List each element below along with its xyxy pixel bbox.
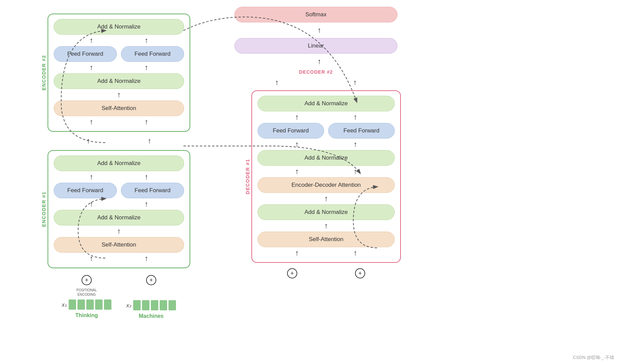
enc2-add-normalize-top: Add & Normalize	[54, 19, 184, 35]
arrow-enc1-ff2-down: ↑	[119, 200, 174, 208]
softmax-block: Softmax	[234, 7, 397, 22]
arrow-dec1-encdec-up-r: ↑	[326, 168, 385, 175]
enc1-ff1: Feed Forward	[54, 183, 117, 198]
arrow-dec1-encdec-down: ↑	[258, 195, 395, 202]
x1-label: x₁	[62, 302, 67, 308]
arrow-enc1-ff1-down: ↑	[64, 200, 119, 208]
enc2-self-attention: Self-Attention	[54, 101, 184, 116]
arrow-enc2-in-right: ↑	[119, 118, 174, 126]
enc2-ff2: Feed Forward	[121, 46, 184, 62]
arrow-dec1-encdec-up-l: ↑	[268, 168, 326, 175]
dec1-add-normalize-3: Add & Normalize	[258, 204, 395, 220]
arrow-dec1-self-attn: ↑	[258, 222, 395, 230]
plus-circle-dec2: +	[355, 268, 365, 278]
arrow-dec1-ff1-up: ↑	[268, 113, 326, 121]
arrow-enc1-self-attn: ↑	[54, 228, 184, 235]
dec1-add-normalize-2: Add & Normalize	[258, 150, 395, 166]
decoder2-label: DECODER #2	[234, 69, 397, 75]
arrow-enc1-in-right: ↑	[119, 255, 174, 262]
enc1-self-attention: Self-Attention	[54, 237, 184, 253]
linear-block: Linear	[234, 38, 397, 54]
arrow-enc1-ff1-up: ↑	[64, 173, 119, 181]
dec1-add-normalize-top: Add & Normalize	[258, 96, 395, 111]
x1-bars	[69, 299, 111, 310]
dec1-self-attention: Self-Attention	[258, 232, 395, 247]
enc1-ff2: Feed Forward	[121, 183, 184, 198]
arrow-enc2-ff1-down: ↑	[64, 64, 119, 71]
plus-circle-x2: +	[146, 275, 156, 285]
thinking-label: Thinking	[75, 312, 98, 318]
dec1-ff1: Feed Forward	[258, 123, 324, 139]
dec1-ff2: Feed Forward	[328, 123, 395, 139]
decoder1-label: DECODER #1	[245, 159, 250, 194]
arrow-enc2-ff1-up: ↑	[64, 37, 119, 44]
arrow-enc2-ff2-up: ↑	[119, 37, 174, 44]
enc-dec-attention-block: Encoder-Decoder Attention	[258, 177, 395, 193]
arrow-enc1-ff2-up: ↑	[119, 173, 174, 181]
enc1-add-normalize-mid: Add & Normalize	[54, 210, 184, 225]
plus-circle-dec1: +	[287, 268, 297, 278]
machines-label: Machines	[139, 313, 164, 319]
x2-label: x₂	[126, 302, 131, 309]
arrow-enc2-in-left: ↑	[64, 118, 119, 126]
encoder1-label: ENCODER #1	[41, 192, 47, 227]
arrow-linear-dec2: ↑	[234, 58, 404, 65]
arrow-enc1-in-left: ↑	[64, 255, 119, 262]
arrow-dec1-to-dec2-right: ↑	[316, 79, 394, 86]
arrow-softmax-linear: ↑	[234, 26, 404, 34]
arrow-dec1-in-right: ↑	[326, 249, 385, 257]
arrow-dec1-in-left: ↑	[268, 249, 326, 257]
positional-encoding-label: POSITIONALENCODING	[76, 288, 97, 297]
arrow-dec1-to-dec2-left: ↑	[238, 79, 316, 86]
arrow-enc2-self-attn: ↑	[54, 91, 184, 98]
enc1-add-normalize-top: Add & Normalize	[54, 156, 184, 171]
arrow-enc2-ff2-down: ↑	[119, 64, 174, 71]
encoder2-label: ENCODER #2	[41, 55, 47, 90]
arrow-between-enc-left: ↑	[58, 137, 119, 145]
watermark: CSDN @哎呦-_-不错	[573, 354, 614, 361]
plus-circle-x1: +	[82, 275, 92, 285]
enc2-add-normalize-mid: Add & Normalize	[54, 73, 184, 89]
arrow-between-enc-right: ↑	[119, 137, 180, 145]
x2-bars	[133, 300, 176, 310]
enc2-ff1: Feed Forward	[54, 46, 117, 62]
arrow-dec1-ff2-down: ↑	[326, 141, 385, 148]
arrow-dec1-ff1-down: ↑	[268, 141, 326, 148]
arrow-dec1-ff2-up: ↑	[326, 113, 385, 121]
